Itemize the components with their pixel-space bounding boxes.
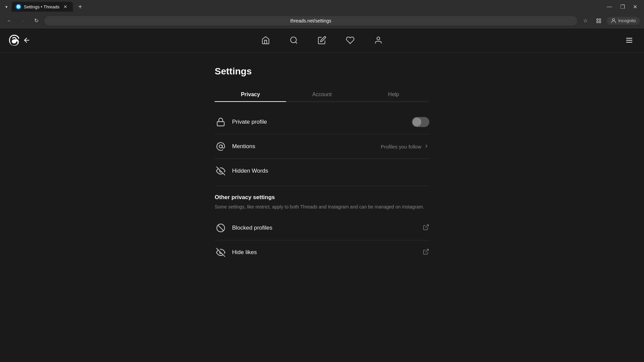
private-profile-label: Private profile xyxy=(232,119,412,125)
address-bar-actions: ☆ Incognito xyxy=(580,15,640,26)
at-icon xyxy=(215,140,227,153)
other-privacy-desc: Some settings, like restrict, apply to b… xyxy=(215,203,429,210)
main-content: Settings Privacy Account Help Private pr… xyxy=(0,53,644,350)
mentions-value: Profiles you follow xyxy=(381,143,429,150)
svg-rect-12 xyxy=(217,122,224,126)
tab-help[interactable]: Help xyxy=(358,87,429,102)
compose-nav-button[interactable] xyxy=(315,33,329,48)
settings-tabs: Privacy Account Help xyxy=(215,87,429,102)
svg-point-13 xyxy=(219,145,222,148)
home-nav-button[interactable] xyxy=(258,33,273,48)
svg-point-8 xyxy=(377,37,380,40)
tab-close-button[interactable]: ✕ xyxy=(62,4,69,10)
tab-account[interactable]: Account xyxy=(286,87,358,102)
mentions-item[interactable]: Mentions Profiles you follow xyxy=(215,134,429,159)
svg-rect-5 xyxy=(599,21,601,23)
forward-nav-button[interactable]: → xyxy=(17,15,28,26)
hide-likes-label: Hide likes xyxy=(232,249,423,256)
active-tab[interactable]: @ Settings • Threads ✕ xyxy=(12,2,73,12)
nav-center xyxy=(258,33,386,48)
svg-line-16 xyxy=(218,225,223,231)
other-privacy-section: Other privacy settings Some settings, li… xyxy=(215,194,429,264)
incognito-badge: Incognito xyxy=(607,17,640,25)
top-nav xyxy=(0,28,644,53)
maximize-button[interactable]: ❐ xyxy=(618,2,628,11)
other-privacy-title: Other privacy settings xyxy=(215,194,429,201)
profile-nav-button[interactable] xyxy=(371,33,386,48)
window-controls: — ❐ ✕ xyxy=(604,2,640,11)
lock-icon xyxy=(215,116,227,128)
incognito-label: Incognito xyxy=(618,18,636,23)
svg-line-7 xyxy=(296,42,297,44)
menu-button[interactable] xyxy=(623,34,636,47)
tab-title: Settings • Threads xyxy=(24,4,59,9)
svg-line-17 xyxy=(425,225,428,228)
tab-privacy[interactable]: Privacy xyxy=(215,87,286,102)
private-profile-toggle[interactable] xyxy=(412,117,429,127)
page-content: Settings Privacy Account Help Private pr… xyxy=(0,28,644,350)
divider xyxy=(215,186,429,186)
refresh-button[interactable]: ↻ xyxy=(31,15,42,26)
hidden-words-item[interactable]: Hidden Words xyxy=(215,159,429,183)
toggle-knob xyxy=(413,118,421,126)
hidden-words-icon xyxy=(215,165,227,177)
svg-text:@: @ xyxy=(17,6,19,8)
svg-rect-4 xyxy=(597,21,598,23)
chevron-right-icon xyxy=(423,143,429,150)
svg-line-19 xyxy=(425,249,428,252)
blocked-profiles-item[interactable]: Blocked profiles xyxy=(215,216,429,240)
svg-rect-3 xyxy=(599,19,601,20)
settings-container: Settings Privacy Account Help Private pr… xyxy=(215,66,429,337)
address-input[interactable] xyxy=(44,16,577,25)
mentions-label: Mentions xyxy=(232,143,381,150)
hide-likes-item[interactable]: Hide likes xyxy=(215,240,429,264)
hidden-words-label: Hidden Words xyxy=(232,168,429,174)
minimize-button[interactable]: — xyxy=(604,2,615,11)
activity-nav-button[interactable] xyxy=(343,33,358,48)
svg-point-6 xyxy=(290,37,296,43)
mentions-value-text: Profiles you follow xyxy=(381,144,421,149)
external-link-icon-likes xyxy=(423,248,429,256)
settings-title: Settings xyxy=(215,66,429,77)
back-button[interactable] xyxy=(20,34,34,47)
close-button[interactable]: ✕ xyxy=(630,2,640,11)
address-bar-row: ← → ↻ ☆ Incognito xyxy=(0,13,644,28)
new-tab-button[interactable]: + xyxy=(75,2,85,11)
svg-rect-2 xyxy=(597,19,598,20)
private-profile-item[interactable]: Private profile xyxy=(215,110,429,134)
browser-chrome: ▾ @ Settings • Threads ✕ + — ❐ ✕ ← → ↻ ☆ xyxy=(0,0,644,28)
back-nav-button[interactable]: ← xyxy=(4,15,15,26)
tab-favicon: @ xyxy=(16,4,21,9)
search-nav-button[interactable] xyxy=(286,33,301,48)
external-link-icon-blocked xyxy=(423,224,429,232)
title-bar: ▾ @ Settings • Threads ✕ + — ❐ ✕ xyxy=(0,0,644,13)
blocked-profiles-label: Blocked profiles xyxy=(232,225,423,231)
threads-logo[interactable] xyxy=(8,34,20,46)
tab-dropdown-button[interactable]: ▾ xyxy=(4,3,9,11)
block-icon xyxy=(215,222,227,234)
extensions-button[interactable] xyxy=(593,15,604,26)
bookmark-button[interactable]: ☆ xyxy=(580,15,591,26)
hide-likes-icon xyxy=(215,246,227,258)
